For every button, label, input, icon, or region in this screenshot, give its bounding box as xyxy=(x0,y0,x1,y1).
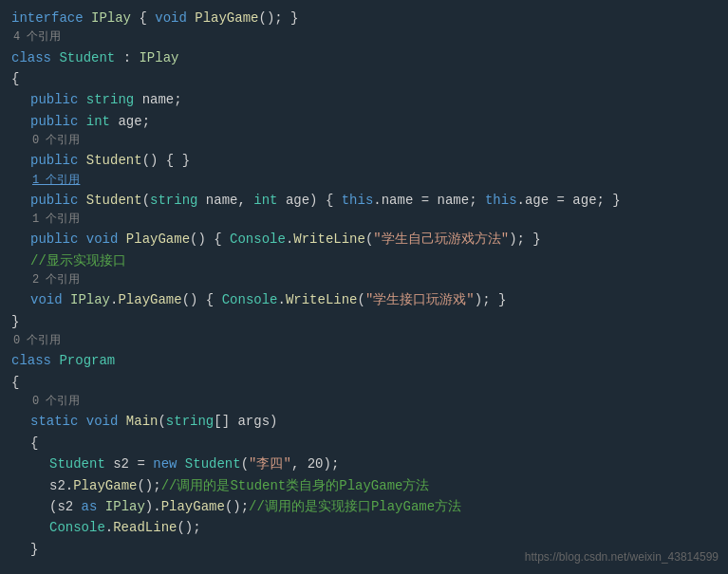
keyword: static xyxy=(30,411,86,432)
ref-count-line: 1 个引用 xyxy=(11,172,717,190)
ref-count-line: 2 个引用 xyxy=(11,271,717,289)
keyword-type: int xyxy=(86,111,119,132)
code-line: class Program xyxy=(11,350,717,371)
code-text: , 20); xyxy=(291,454,339,474)
keyword: class xyxy=(11,350,59,371)
code-line: { xyxy=(11,433,717,454)
method-name: PlayGame xyxy=(73,475,137,496)
ref-count: 4 个引用 xyxy=(11,28,61,46)
code-text: { xyxy=(11,68,19,89)
class-name: Student xyxy=(49,454,105,474)
keyword: public xyxy=(30,229,86,250)
code-text: . xyxy=(110,289,118,310)
class-name: Console xyxy=(222,289,278,310)
code-line: s2.PlayGame();//调用的是Student类自身的PlayGame方… xyxy=(11,475,717,496)
code-line: void IPlay.PlayGame() { Console.WriteLin… xyxy=(11,289,717,310)
keyword: void xyxy=(30,289,70,310)
ref-count: 2 个引用 xyxy=(30,271,80,289)
keyword-type: string xyxy=(166,411,214,432)
keyword: class xyxy=(11,47,59,68)
interface-name: IPlay xyxy=(105,496,145,517)
code-text: () { xyxy=(190,229,230,250)
code-text: .name = name; xyxy=(373,190,485,211)
code-text: } xyxy=(11,311,19,332)
code-text: ). xyxy=(145,496,161,517)
interface-name: IPlay xyxy=(70,289,110,310)
code-text: (); xyxy=(137,475,160,496)
comment-text: //调用的是Student类自身的PlayGame方法 xyxy=(161,475,430,496)
code-line: public Student(string name, int age) { t… xyxy=(11,190,717,211)
code-text: ( xyxy=(365,229,373,250)
class-name: Console xyxy=(230,229,286,250)
code-line: Console.ReadLine(); xyxy=(11,517,717,538)
code-text: s2 = xyxy=(105,454,153,474)
code-text: (); xyxy=(225,496,249,517)
code-text: name; xyxy=(142,89,182,110)
keyword: void xyxy=(86,411,126,432)
ref-count: 0 个引用 xyxy=(11,332,61,350)
code-line: class Student : IPlay xyxy=(11,47,717,68)
code-text: . xyxy=(277,289,285,310)
code-text: () { xyxy=(182,289,222,310)
code-text: { xyxy=(11,372,19,393)
keyword: this xyxy=(342,190,374,211)
code-text: . xyxy=(105,517,113,538)
keyword: public xyxy=(30,89,86,110)
code-text: ( xyxy=(241,454,249,474)
code-text: s2. xyxy=(49,475,73,496)
code-text: ); } xyxy=(475,289,507,310)
ref-count-line: 0 个引用 xyxy=(11,332,717,350)
ref-count: 1 个引用 xyxy=(30,211,80,229)
code-line: { xyxy=(11,68,717,89)
code-line: } xyxy=(11,311,717,332)
code-line: (s2 as IPlay).PlayGame();//调用的是实现接口PlayG… xyxy=(11,496,717,517)
method-name: WriteLine xyxy=(293,229,365,250)
method-name: Student xyxy=(86,150,142,171)
code-line: static void Main(string[] args) xyxy=(11,411,717,432)
interface-name: IPlay xyxy=(91,8,131,28)
code-line: { xyxy=(11,372,717,393)
code-text: ( xyxy=(358,289,365,310)
code-line: interface IPlay { void PlayGame(); } xyxy=(11,8,717,28)
code-text: (); } xyxy=(258,8,298,28)
code-line: public Student() { } xyxy=(11,150,717,171)
code-text: ( xyxy=(158,411,165,432)
ref-count: 0 个引用 xyxy=(30,393,80,411)
code-text: (s2 xyxy=(49,496,82,517)
code-line: public void PlayGame() { Console.WriteLi… xyxy=(11,229,717,250)
code-line: //显示实现接口 xyxy=(11,250,717,271)
code-text: (); xyxy=(177,517,200,538)
class-name: Student xyxy=(185,454,241,474)
method-name: WriteLine xyxy=(286,289,358,310)
code-text: { xyxy=(131,8,155,28)
code-text: name, xyxy=(197,190,253,211)
class-name: Student xyxy=(59,47,115,68)
ref-count-line: 0 个引用 xyxy=(11,132,717,150)
method-name: PlayGame xyxy=(195,8,258,28)
string-literal: "李四" xyxy=(249,454,291,474)
method-name: Main xyxy=(126,411,159,432)
keyword: new xyxy=(153,454,185,474)
code-text: () { } xyxy=(142,150,190,171)
method-name: PlayGame xyxy=(161,496,225,517)
ref-count: 0 个引用 xyxy=(30,132,80,150)
code-text: ); } xyxy=(509,229,541,250)
keyword: public xyxy=(30,190,86,211)
code-line: Student s2 = new Student("李四", 20); xyxy=(11,454,717,474)
code-editor: interface IPlay { void PlayGame(); } 4 个… xyxy=(0,0,728,574)
ref-count-line: 4 个引用 xyxy=(11,28,717,46)
keyword-type: string xyxy=(150,190,197,211)
method-name: PlayGame xyxy=(118,289,181,310)
comment-text: //显示实现接口 xyxy=(30,250,126,271)
code-text: [] args) xyxy=(214,411,277,432)
code-line: public int age; xyxy=(11,111,717,132)
string-literal: "学生接口玩游戏" xyxy=(365,289,475,310)
keyword-type: string xyxy=(86,89,142,110)
keyword: public xyxy=(30,150,86,171)
keyword: this xyxy=(485,190,517,211)
code-text: age; xyxy=(118,111,150,132)
class-name: Console xyxy=(49,517,105,538)
code-text: .age = age; } xyxy=(517,190,621,211)
method-name: ReadLine xyxy=(113,517,177,538)
string-literal: "学生自己玩游戏方法" xyxy=(373,229,509,250)
